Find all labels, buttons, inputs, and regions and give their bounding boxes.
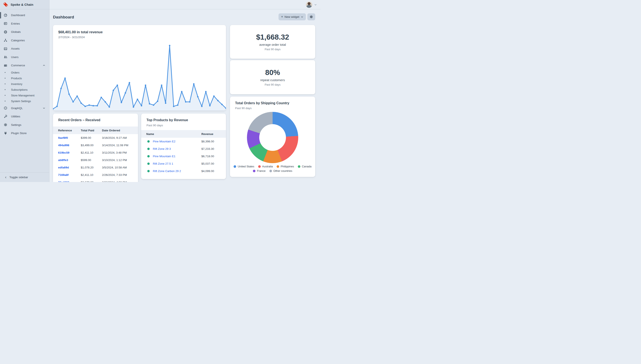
order-total-paid: $2,679.00 — [81, 181, 102, 182]
toggle-sidebar-label: Toggle sidebar — [9, 176, 28, 179]
sidebar-item-label: System Settings — [11, 100, 31, 103]
sidebar-item-assets[interactable]: Assets — [0, 44, 49, 53]
legend-dot-icon — [253, 170, 255, 172]
legend-label: Other countries — [273, 169, 292, 172]
gauge-icon — [4, 13, 8, 17]
order-reference-link[interactable]: 9aef8f0 — [58, 136, 81, 140]
sidebar-item-settings[interactable]: Settings — [0, 121, 49, 129]
chart-data-point — [117, 84, 118, 86]
sidebar-nav: DashboardEntriesGlobalsCategoriesAssetsU… — [0, 9, 49, 138]
order-reference-link[interactable]: 7169a8f — [58, 173, 81, 176]
chart-data-point — [61, 88, 62, 89]
product-link[interactable]: Rift Zone Carbon 29 2 — [153, 170, 181, 173]
chart-data-point — [88, 104, 90, 106]
sidebar-item-globals[interactable]: Globals — [0, 28, 49, 36]
shipping-country-title: Total Orders by Shipping Country — [235, 101, 289, 105]
chart-data-point — [169, 45, 170, 46]
sidebar-item-system-settings[interactable]: System Settings — [0, 98, 49, 104]
bullet-icon — [5, 95, 6, 96]
sidebar-item-label: Assets — [11, 47, 20, 50]
sidebar-item-entries[interactable]: Entries — [0, 20, 49, 28]
table-row: 23e4382$2,679.002/23/2024, 4:08 PM — [53, 178, 138, 182]
order-reference-link[interactable]: edfa69d — [58, 166, 81, 169]
chevron-down-icon — [301, 16, 303, 18]
sidebar-item-commerce[interactable]: Commerce — [0, 61, 49, 70]
sidebar-item-label: Store Management — [11, 94, 35, 97]
sitemap-icon — [4, 38, 8, 42]
sidebar-item-categories[interactable]: Categories — [0, 36, 49, 45]
sidebar-item-orders[interactable]: Orders — [0, 70, 49, 76]
product-revenue: $7,233.30 — [201, 147, 226, 150]
sidebar-item-label: Categories — [11, 39, 25, 42]
column-header-name: Name — [146, 132, 201, 136]
widget-manager-button[interactable] — [307, 13, 315, 20]
chevron-down-icon[interactable] — [314, 4, 317, 6]
product-revenue: $8,398.00 — [201, 140, 226, 143]
bullet-icon — [5, 72, 6, 73]
chart-data-point — [133, 106, 134, 108]
newspaper-icon — [4, 22, 8, 26]
chevron-down-icon[interactable] — [43, 107, 45, 110]
average-order-period: Past 90 days — [265, 48, 280, 51]
column-header-revenue: Revenue — [201, 132, 226, 136]
legend-item-france: France — [253, 169, 265, 172]
column-header-total-paid: Total Paid — [81, 129, 102, 132]
sidebar-item-plugin-store[interactable]: Plugin Store — [0, 129, 49, 138]
top-products-title: Top Products by Revenue — [147, 118, 188, 122]
product-link[interactable]: Pine Mountain E2 — [153, 140, 176, 143]
table-row: ab8ffe3$599.003/10/2024, 1:12 PM — [53, 156, 138, 164]
chart-data-point — [221, 104, 223, 105]
order-reference-link[interactable]: 494a998 — [58, 144, 81, 147]
sidebar-item-graphql[interactable]: GraphQL — [0, 104, 49, 112]
order-total-paid: $1,078.20 — [81, 166, 102, 169]
chevron-up-icon[interactable] — [43, 64, 45, 67]
shipping-country-widget: Total Orders by Shipping Country Past 90… — [230, 96, 315, 177]
product-link[interactable]: Rift Zone 27.5 1 — [153, 162, 173, 165]
recent-orders-header: ReferenceTotal PaidDate Ordered — [53, 126, 138, 134]
chart-data-point — [77, 95, 78, 97]
sidebar-item-subscriptions[interactable]: Subscriptions — [0, 87, 49, 92]
repeat-customers-widget: 80% repeat customers Past 90 days — [230, 60, 315, 94]
image-icon — [4, 47, 8, 51]
order-total-paid: $3,499.00 — [81, 144, 102, 147]
sidebar-item-label: GraphQL — [11, 106, 23, 110]
chart-data-point — [97, 105, 98, 106]
sidebar-item-dashboard[interactable]: Dashboard — [0, 11, 49, 20]
legend-item-other-countries: Other countries — [269, 169, 292, 172]
chart-data-point — [105, 101, 106, 102]
product-link[interactable]: Pine Mountain E1 — [153, 155, 176, 158]
sidebar-item-store-management[interactable]: Store Management — [0, 92, 49, 98]
chart-data-point — [161, 84, 162, 86]
legend-label: Australia — [262, 165, 273, 168]
table-row: 7169a8f$2,411.102/26/2024, 7:33 PM — [53, 171, 138, 178]
sidebar-item-products[interactable]: Products — [0, 76, 49, 81]
sidebar-item-users[interactable]: Users — [0, 53, 49, 62]
bullet-icon — [5, 89, 6, 90]
bullet-icon — [5, 78, 6, 78]
table-row: 619bc59$2,411.103/11/2024, 3:48 PM — [53, 149, 138, 156]
sidebar-item-inventory[interactable]: Inventory — [0, 81, 49, 87]
table-row: 9aef8f0$399.003/16/2024, 9:27 AM — [53, 134, 138, 142]
table-row: Pine Mountain E1$6,718.00 — [141, 152, 226, 160]
order-reference-link[interactable]: ab8ffe3 — [58, 158, 81, 162]
sidebar-item-label: Inventory — [11, 82, 22, 86]
chart-data-point — [173, 106, 175, 107]
chart-data-point — [165, 102, 166, 104]
main-content: Dashboard + New widget $68,401.00 in tot… — [49, 9, 321, 182]
toggle-sidebar-button[interactable]: ‹ Toggle sidebar — [0, 172, 49, 182]
product-link[interactable]: Rift Zone 29 3 — [153, 147, 171, 150]
order-date-ordered: 2/26/2024, 7:33 PM — [102, 173, 138, 176]
sidebar-item-utilities[interactable]: Utilities — [0, 112, 49, 121]
chart-data-point — [181, 91, 183, 92]
order-reference-link[interactable]: 23e4382 — [58, 181, 81, 182]
revenue-widget-daterange: 2/7/2024 - 3/21/2024 — [58, 36, 85, 39]
order-total-paid: $399.00 — [81, 136, 102, 140]
new-widget-button[interactable]: + New widget — [279, 13, 306, 20]
order-reference-link[interactable]: 619bc59 — [58, 151, 81, 154]
chart-data-point — [141, 105, 142, 106]
legend-label: United States — [238, 165, 254, 168]
order-total-paid: $2,411.10 — [81, 173, 102, 176]
order-total-paid: $599.00 — [81, 158, 102, 162]
legend-dot-icon — [269, 170, 272, 172]
avatar[interactable] — [306, 2, 312, 8]
